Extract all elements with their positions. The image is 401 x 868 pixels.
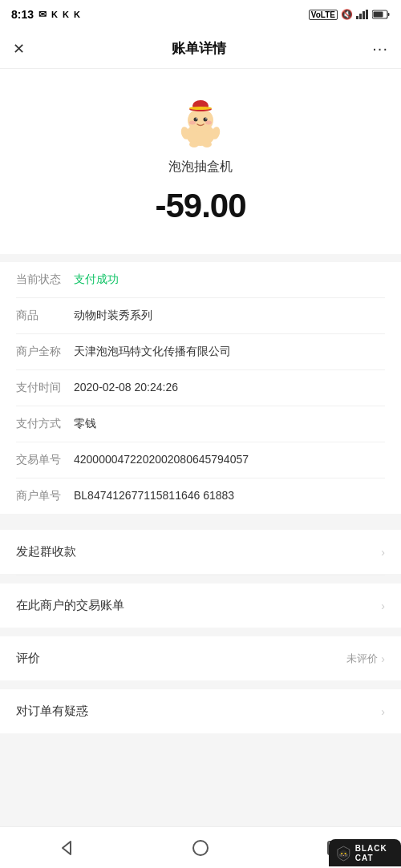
svg-point-23 (193, 841, 208, 855)
svg-point-15 (205, 118, 207, 119)
svg-point-17 (205, 121, 212, 125)
detail-label-merchantid: 商户单号 (16, 489, 74, 503)
svg-rect-5 (374, 12, 383, 18)
svg-point-29 (344, 853, 346, 854)
hero-section: 泡泡抽盒机 -59.00 (0, 69, 401, 254)
detail-row-time: 支付时间 2020-02-08 20:24:26 (16, 370, 385, 406)
action-group-collect[interactable]: 发起群收款 › (0, 530, 401, 574)
more-button[interactable]: ··· (372, 39, 388, 58)
status-time: 8:13 (11, 8, 34, 21)
signal-icon (356, 10, 369, 19)
svg-point-21 (202, 141, 212, 147)
blackcat-text: BLACK CAT (355, 844, 395, 863)
blackcat-badge: BLACK CAT (329, 823, 401, 868)
svg-marker-22 (63, 842, 71, 854)
detail-label-method: 支付方式 (16, 417, 74, 431)
volte-icon: VoLTE (309, 10, 338, 20)
chevron-icon-dispute: › (381, 705, 385, 718)
page-title: 账单详情 (172, 39, 226, 58)
detail-value-time: 2020-02-08 20:24:26 (74, 381, 385, 394)
detail-row-merchant: 商户全称 天津泡泡玛特文化传播有限公司 (16, 334, 385, 370)
detail-row-merchantid: 商户单号 BL847412677115811646 61883 (16, 478, 385, 514)
status-left: 8:13 ✉ K K K (11, 8, 80, 21)
action-right-review: 未评价 › (346, 652, 385, 666)
svg-point-12 (194, 118, 198, 122)
detail-value-product: 动物时装秀系列 (74, 309, 385, 323)
home-button[interactable] (189, 837, 212, 859)
back-button[interactable] (55, 837, 78, 859)
detail-value-status: 支付成功 (74, 273, 385, 287)
detail-row-product: 商品 动物时装秀系列 (16, 298, 385, 334)
svg-point-20 (189, 141, 199, 147)
action-label-review: 评价 (16, 651, 40, 666)
transaction-amount: -59.00 (155, 187, 245, 225)
mute-icon: 🔇 (341, 9, 353, 20)
svg-point-16 (189, 121, 196, 125)
action-right-merchant-tx: › (381, 600, 385, 612)
k-icon-3: K (74, 10, 80, 19)
detail-label-merchant: 商户全称 (16, 345, 74, 359)
merchant-name: 泡泡抽盒机 (168, 159, 233, 176)
svg-rect-2 (363, 11, 365, 19)
battery-icon (372, 10, 390, 19)
action-merchant-transactions[interactable]: 在此商户的交易账单 › (0, 583, 401, 628)
chevron-icon-review: › (381, 652, 385, 665)
k-icon-1: K (51, 10, 58, 19)
review-status: 未评价 (346, 652, 378, 666)
svg-point-11 (189, 107, 212, 110)
close-icon: ✕ (13, 40, 25, 58)
blackcat-inner: BLACK CAT (329, 839, 401, 866)
svg-point-25 (339, 850, 347, 858)
action-label-merchant-tx: 在此商户的交易账单 (16, 598, 124, 613)
svg-rect-3 (366, 10, 368, 19)
k-icon-2: K (63, 10, 69, 19)
svg-rect-0 (356, 16, 358, 19)
action-list: 发起群收款 › 在此商户的交易账单 › 评价 未评价 › 对订单有疑惑 › (0, 522, 401, 742)
back-icon (58, 839, 75, 857)
close-button[interactable]: ✕ (13, 40, 25, 58)
detail-value-merchantid: BL847412677115811646 61883 (74, 489, 385, 502)
svg-point-14 (196, 118, 197, 119)
message-icon: ✉ (38, 9, 47, 20)
chevron-icon-merchant-tx: › (381, 600, 385, 612)
action-right-collect: › (381, 546, 385, 559)
status-bar: 8:13 ✉ K K K VoLTE 🔇 (0, 0, 401, 29)
action-right-dispute: › (381, 705, 385, 718)
action-label-collect: 发起群收款 (16, 544, 76, 559)
detail-label-product: 商品 (16, 309, 74, 323)
svg-point-28 (341, 853, 342, 854)
detail-row-txid: 交易单号 4200000472202002080645794057 (16, 442, 385, 478)
nav-bar: ✕ 账单详情 ··· (0, 29, 401, 69)
detail-row-method: 支付方式 零钱 (16, 406, 385, 442)
merchant-avatar (172, 93, 229, 149)
svg-point-13 (204, 118, 208, 122)
chevron-icon-collect: › (381, 546, 385, 559)
detail-value-txid: 4200000472202002080645794057 (74, 453, 385, 466)
home-icon (192, 839, 209, 857)
details-card: 当前状态 支付成功 商品 动物时装秀系列 商户全称 天津泡泡玛特文化传播有限公司… (0, 262, 401, 514)
detail-label-time: 支付时间 (16, 381, 74, 395)
svg-point-8 (188, 108, 213, 132)
action-dispute[interactable]: 对订单有疑惑 › (0, 689, 401, 733)
svg-rect-1 (359, 14, 362, 19)
blackcat-icon (335, 842, 352, 865)
action-review[interactable]: 评价 未评价 › (0, 636, 401, 680)
detail-value-method: 零钱 (74, 417, 385, 431)
detail-label-txid: 交易单号 (16, 453, 74, 467)
action-label-dispute: 对订单有疑惑 (16, 704, 88, 719)
svg-rect-6 (388, 13, 390, 16)
detail-label-status: 当前状态 (16, 273, 74, 287)
detail-row-status: 当前状态 支付成功 (16, 262, 385, 298)
detail-value-merchant: 天津泡泡玛特文化传播有限公司 (74, 345, 385, 359)
status-right: VoLTE 🔇 (309, 9, 390, 20)
